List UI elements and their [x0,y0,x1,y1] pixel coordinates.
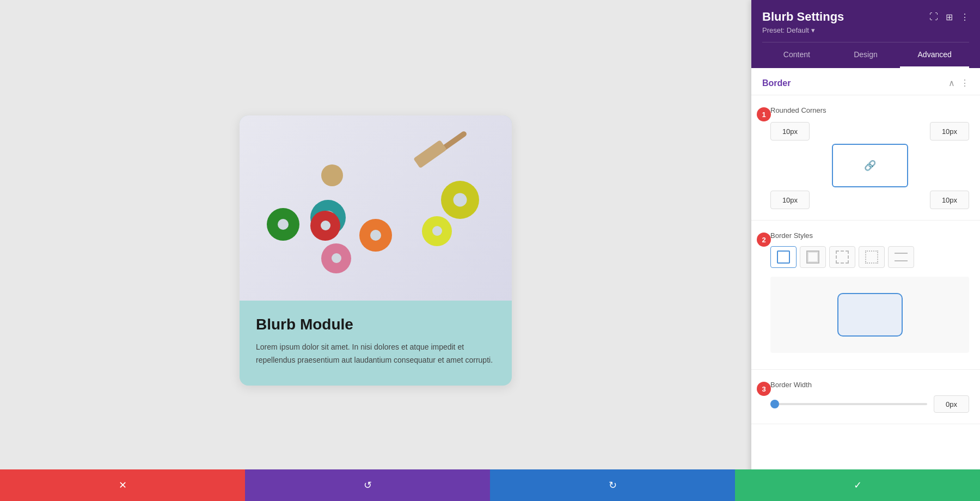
corner-top-right[interactable] [930,122,969,140]
blurb-image [240,115,512,301]
slider-thumb[interactable] [770,400,779,408]
ring-lime [422,216,452,246]
panel-title: Blurb Settings [762,10,844,24]
ring-red [310,211,340,241]
slider-track[interactable] [770,403,927,405]
blurb-content: Blurb Module Lorem ipsum dolor sit amet.… [240,301,512,386]
step-2-border-styles: 2 Border Styles [751,221,980,370]
rounded-corners-label: Rounded Corners [770,106,969,114]
border-width-value[interactable]: 0px [934,395,969,413]
corner-bottom-left[interactable] [770,191,810,209]
border-solid-icon [777,250,790,264]
toy-scene [240,115,512,301]
border-style-dotted-btn[interactable] [859,246,885,268]
border-style-dashed-btn[interactable] [829,246,855,268]
corners-grid: 🔗 [770,122,969,209]
corner-top-left[interactable] [770,122,810,140]
border-preview-box [837,293,903,337]
border-style-double-btn[interactable] [888,246,914,268]
border-dotted-icon [865,250,878,264]
tab-advanced[interactable]: Advanced [900,42,969,68]
fullscreen-icon[interactable]: ⛶ [929,12,938,22]
save-button[interactable]: ✓ [735,469,980,501]
panel-tabs: Content Design Advanced [762,42,969,68]
step-3-border-width: 3 Border Width 0px [751,370,980,424]
section-header-controls: ∧ ⋮ [948,78,969,88]
cancel-button[interactable]: ✕ [0,469,245,501]
blurb-title: Blurb Module [256,316,495,333]
section-header-border: Border ∧ ⋮ [751,68,980,95]
undo-button[interactable]: ↺ [245,469,490,501]
border-styles-label: Border Styles [770,231,969,240]
border-width-slider-row: 0px [770,395,969,413]
border-preview-area [770,277,969,353]
corners-bottom-row [770,191,969,209]
border-width-label: Border Width [770,381,969,389]
corners-top-row [770,122,969,140]
ring-pink [321,243,351,273]
border-inside-icon [806,250,819,264]
hammer-head [413,139,447,168]
blurb-card: Blurb Module Lorem ipsum dolor sit amet.… [240,115,512,386]
step-2-badge: 2 [757,233,771,247]
panel-title-row: Blurb Settings ⛶ ⊞ ⋮ [762,10,969,24]
collapse-icon[interactable]: ∧ [948,78,955,88]
panel-preset[interactable]: Preset: Default ▾ [762,26,969,34]
more-options-icon[interactable]: ⋮ [960,12,969,22]
section-title-border: Border [762,78,791,88]
blurb-body: Lorem ipsum dolor sit amet. In nisi dolo… [256,341,495,367]
panel-header-icons: ⛶ ⊞ ⋮ [929,12,969,22]
tab-design[interactable]: Design [831,42,901,68]
step-1-rounded-corners: 1 Rounded Corners 🔗 [751,95,980,221]
ring-green [267,208,299,241]
border-style-solid-btn[interactable] [770,246,797,268]
columns-icon[interactable]: ⊞ [946,12,953,22]
ring-yellow [441,181,479,219]
border-style-inside-btn[interactable] [800,246,826,268]
link-icon: 🔗 [864,160,876,172]
border-style-options [770,246,969,268]
panel-body: Border ∧ ⋮ 1 Rounded Corners 🔗 [751,68,980,501]
bottom-bar: ✕ ↺ ↻ ✓ [0,469,980,501]
border-double-icon [895,253,908,261]
section-more-icon[interactable]: ⋮ [960,78,969,88]
redo-button[interactable]: ↻ [490,469,735,501]
ring-orange [359,219,392,252]
step-1-badge: 1 [757,107,771,121]
border-dashed-icon [836,250,849,264]
panel-header: Blurb Settings ⛶ ⊞ ⋮ Preset: Default ▾ C… [751,0,980,68]
preview-area: Blurb Module Lorem ipsum dolor sit amet.… [0,0,751,501]
corners-middle-row: 🔗 [770,144,969,187]
link-corners-button[interactable]: 🔗 [832,144,908,187]
corner-bottom-right[interactable] [930,191,969,209]
tab-content[interactable]: Content [762,42,831,68]
settings-panel: Blurb Settings ⛶ ⊞ ⋮ Preset: Default ▾ C… [751,0,980,501]
step-3-badge: 3 [757,382,771,396]
ball [321,164,343,186]
